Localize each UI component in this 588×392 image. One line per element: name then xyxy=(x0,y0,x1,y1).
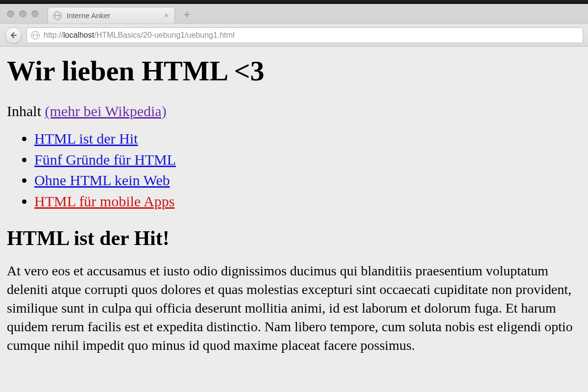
desktop-menubar-strip xyxy=(0,0,588,4)
toc-link-1[interactable]: HTML ist der Hit xyxy=(34,130,138,147)
browser-toolbar: http://localhost/HTMLBasics/20-uebung1/u… xyxy=(0,24,588,46)
address-bar[interactable]: http://localhost/HTMLBasics/20-uebung1/u… xyxy=(26,27,583,43)
list-item: HTML ist der Hit xyxy=(34,128,581,149)
list-item: Fünf Gründe für HTML xyxy=(34,149,581,171)
section-heading: HTML ist der Hit! xyxy=(7,226,581,250)
toc-link-4[interactable]: HTML für mobile Apps xyxy=(34,193,174,209)
wikipedia-link[interactable]: (mehr bei Wikpedia) xyxy=(45,103,166,119)
tab-title: Interne Anker xyxy=(67,11,159,20)
body-paragraph: At vero eos et accusamus et iusto odio d… xyxy=(7,262,581,354)
list-item: HTML für mobile Apps xyxy=(34,191,581,212)
url-protocol: http:// xyxy=(44,31,63,39)
toc-link-3[interactable]: Ohne HTML kein Web xyxy=(34,172,170,188)
globe-icon xyxy=(53,11,62,20)
window-zoom-button[interactable] xyxy=(31,10,39,18)
toc-label: Inhalt xyxy=(7,103,45,119)
toc-link-2[interactable]: Fünf Gründe für HTML xyxy=(34,151,176,168)
arrow-left-icon xyxy=(9,31,18,40)
browser-tab[interactable]: Interne Anker × xyxy=(48,7,175,24)
list-item: Ohne HTML kein Web xyxy=(34,170,581,191)
page-heading: Wir lieben HTML <3 xyxy=(7,54,581,87)
window-controls xyxy=(4,10,43,18)
toc-list: HTML ist der Hit Fünf Gründe für HTML Oh… xyxy=(7,128,581,212)
back-button[interactable] xyxy=(5,27,22,44)
url-host: localhost xyxy=(63,31,94,39)
globe-icon xyxy=(31,31,40,40)
url-path: /HTMLBasics/20-uebung1/uebung1.html xyxy=(94,31,234,39)
tab-strip: Interne Anker × + xyxy=(0,4,588,24)
url-text: http://localhost/HTMLBasics/20-uebung1/u… xyxy=(44,31,235,40)
page-content: Wir lieben HTML <3 Inhalt (mehr bei Wikp… xyxy=(0,47,588,392)
browser-chrome: Interne Anker × + http://localhost/HTMLB… xyxy=(0,4,588,47)
window-minimize-button[interactable] xyxy=(19,10,26,18)
new-tab-button[interactable]: + xyxy=(180,9,194,20)
window-close-button[interactable] xyxy=(7,10,14,18)
toc-header: Inhalt (mehr bei Wikpedia) xyxy=(7,103,581,120)
close-tab-icon[interactable]: × xyxy=(164,12,169,20)
